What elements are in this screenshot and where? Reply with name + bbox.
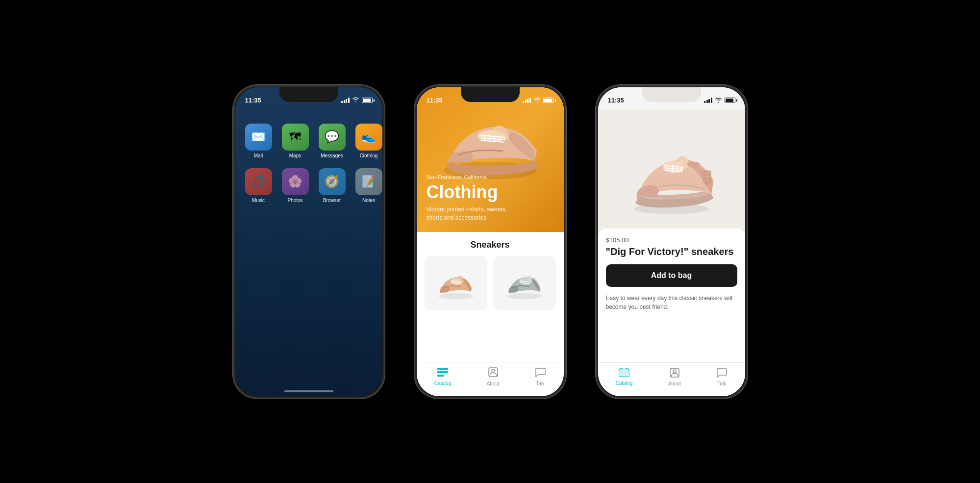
catalog-hero: 11:35 — [417, 87, 564, 232]
status-icons-detail — [704, 96, 735, 105]
notch — [279, 87, 338, 102]
app-browser[interactable]: 🧭 Browser — [319, 168, 346, 203]
svg-point-11 — [507, 293, 542, 299]
product-grid — [425, 256, 556, 310]
about-nav-label: About — [487, 381, 500, 386]
catalog-content[interactable]: Sneakers — [417, 232, 564, 362]
notch-catalog — [461, 87, 520, 102]
hero-title: Clothing — [427, 182, 520, 203]
section-title: Sneakers — [425, 240, 556, 250]
nav-talk-detail[interactable]: Talk — [716, 368, 727, 386]
talk-nav-label: Talk — [536, 381, 545, 386]
catalog-nav-icon-detail — [619, 368, 629, 379]
svg-rect-16 — [437, 375, 444, 377]
svg-rect-29 — [704, 176, 710, 178]
svg-point-17 — [492, 369, 495, 372]
about-nav-icon — [488, 367, 498, 380]
clothing-icon: 👟 — [355, 124, 382, 151]
nav-catalog-detail[interactable]: Catalog — [616, 368, 632, 386]
phones-container: 11:35 — [233, 85, 748, 399]
app-grid: ✉️ Mail 🗺 Maps 💬 Messages 👟 Clothing — [235, 114, 382, 213]
catalog-nav-label-detail: Catalog — [616, 381, 632, 386]
signal-icon-catalog — [523, 98, 531, 103]
battery-icon-catalog — [543, 98, 554, 103]
notch-detail — [642, 87, 701, 102]
svg-rect-15 — [437, 371, 448, 373]
maps-label: Maps — [289, 153, 301, 158]
music-label: Music — [252, 198, 265, 203]
talk-nav-icon — [535, 367, 546, 380]
app-mail[interactable]: ✉️ Mail — [245, 124, 272, 158]
browser-label: Browser — [323, 198, 341, 203]
bottom-nav-catalog: Catalog About — [417, 362, 564, 396]
detail-price: $105.00 — [606, 236, 737, 244]
detail-description: Easy to wear every day this classic snea… — [606, 294, 737, 311]
detail-hero — [598, 109, 745, 236]
photos-icon: 🌸 — [282, 168, 309, 195]
notes-icon: 📝 — [355, 168, 382, 195]
messages-icon: 💬 — [319, 124, 346, 151]
detail-content: $105.00 "Dig For Victory!" sneakers Add … — [598, 229, 745, 362]
hero-text: San-Francisco, California Clothing Vibra… — [427, 174, 520, 222]
hero-shoe-image — [431, 102, 549, 185]
photos-label: Photos — [287, 198, 302, 203]
signal-icon — [341, 98, 350, 103]
mail-icon: ✉️ — [245, 124, 272, 151]
svg-rect-28 — [704, 172, 710, 175]
nav-about[interactable]: About — [487, 367, 500, 386]
browser-icon: 🧭 — [319, 168, 346, 195]
phone-detail: 11:35 — [596, 85, 748, 399]
about-nav-label-detail: About — [668, 381, 681, 386]
add-to-bag-button[interactable]: Add to bag — [606, 264, 737, 287]
time-detail: 11:35 — [608, 97, 624, 104]
battery-icon-detail — [725, 98, 735, 103]
app-notes[interactable]: 📝 Notes — [355, 168, 382, 203]
app-photos[interactable]: 🌸 Photos — [282, 168, 309, 203]
nav-talk[interactable]: Talk — [535, 367, 546, 386]
notes-label: Notes — [362, 198, 375, 203]
nav-about-detail[interactable]: About — [668, 368, 681, 386]
app-music[interactable]: 🎵 Music — [245, 168, 272, 203]
wifi-icon-catalog — [533, 96, 541, 105]
hero-location: San-Francisco, California — [427, 174, 520, 180]
home-screen: 11:35 — [235, 87, 382, 396]
svg-rect-30 — [704, 179, 710, 181]
app-maps[interactable]: 🗺 Maps — [282, 124, 309, 158]
about-nav-icon-detail — [670, 368, 679, 380]
time-home: 11:35 — [245, 97, 261, 104]
svg-line-25 — [677, 165, 678, 172]
clothing-label: Clothing — [360, 153, 378, 158]
talk-nav-icon-detail — [716, 368, 727, 380]
home-indicator — [284, 390, 333, 392]
music-icon: 🎵 — [245, 168, 272, 195]
hero-subtitle: Vibrant printed t-shirts, sweats, shorts… — [427, 205, 520, 222]
svg-point-8 — [438, 293, 474, 299]
time-catalog: 11:35 — [427, 97, 443, 104]
detail-title: "Dig For Victory!" sneakers — [606, 246, 737, 257]
catalog-screen: 11:35 — [417, 87, 564, 396]
phone-home: 11:35 — [233, 85, 385, 399]
app-clothing[interactable]: 👟 Clothing — [355, 124, 382, 158]
status-icons-catalog — [523, 96, 554, 105]
maps-icon: 🗺 — [282, 124, 309, 151]
catalog-nav-icon — [437, 368, 448, 379]
phone-catalog: 11:35 — [414, 85, 566, 399]
svg-rect-14 — [437, 368, 448, 370]
nav-catalog[interactable]: Catalog — [434, 368, 451, 386]
product-card-gray[interactable] — [493, 256, 556, 310]
app-messages[interactable]: 💬 Messages — [319, 124, 346, 158]
talk-nav-label-detail: Talk — [717, 381, 726, 386]
bottom-nav-detail: Catalog About — [598, 362, 745, 396]
catalog-nav-label: Catalog — [434, 381, 451, 386]
product-card-beige[interactable] — [425, 256, 487, 310]
wifi-icon-detail — [715, 96, 722, 105]
signal-icon-detail — [704, 98, 712, 103]
battery-icon — [362, 98, 373, 103]
wifi-icon — [352, 97, 359, 104]
detail-screen: 11:35 — [598, 87, 745, 396]
status-icons-home — [341, 97, 373, 104]
svg-point-31 — [673, 370, 676, 373]
messages-label: Messages — [321, 153, 343, 158]
mail-label: Mail — [254, 153, 263, 158]
